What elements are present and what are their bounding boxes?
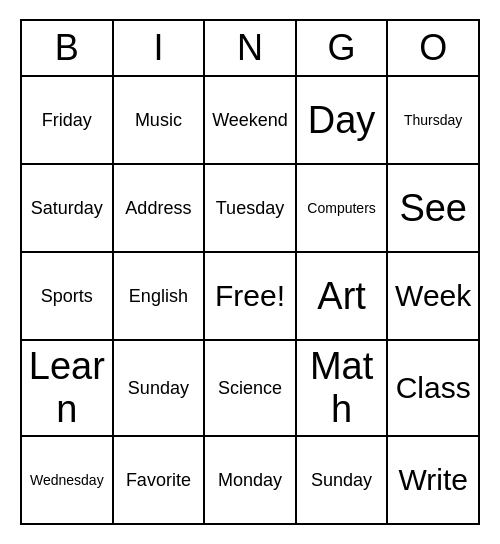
cell-0-3: Day bbox=[296, 76, 388, 164]
cell-3-1: Sunday bbox=[113, 340, 205, 436]
cell-3-3: Math bbox=[296, 340, 388, 436]
cell-1-1: Address bbox=[113, 164, 205, 252]
cell-2-2: Free! bbox=[204, 252, 296, 340]
bingo-card: BINGO FridayMusicWeekendDayThursdaySatur… bbox=[20, 19, 480, 525]
cell-4-0: Wednesday bbox=[21, 436, 113, 524]
table-row: WednesdayFavoriteMondaySundayWrite bbox=[21, 436, 479, 524]
cell-3-2: Science bbox=[204, 340, 296, 436]
cell-1-3: Computers bbox=[296, 164, 388, 252]
cell-1-2: Tuesday bbox=[204, 164, 296, 252]
table-row: SaturdayAddressTuesdayComputersSee bbox=[21, 164, 479, 252]
cell-0-1: Music bbox=[113, 76, 205, 164]
header-letter-O: O bbox=[388, 21, 478, 75]
cell-4-4: Write bbox=[387, 436, 479, 524]
cell-2-3: Art bbox=[296, 252, 388, 340]
table-row: LearnSundayScienceMathClass bbox=[21, 340, 479, 436]
header-letter-B: B bbox=[22, 21, 114, 75]
cell-0-4: Thursday bbox=[387, 76, 479, 164]
cell-2-4: Week bbox=[387, 252, 479, 340]
cell-1-0: Saturday bbox=[21, 164, 113, 252]
table-row: FridayMusicWeekendDayThursday bbox=[21, 76, 479, 164]
bingo-grid: FridayMusicWeekendDayThursdaySaturdayAdd… bbox=[20, 75, 480, 525]
cell-3-4: Class bbox=[387, 340, 479, 436]
header-letter-N: N bbox=[205, 21, 297, 75]
cell-2-0: Sports bbox=[21, 252, 113, 340]
cell-4-1: Favorite bbox=[113, 436, 205, 524]
cell-0-0: Friday bbox=[21, 76, 113, 164]
table-row: SportsEnglishFree!ArtWeek bbox=[21, 252, 479, 340]
cell-1-4: See bbox=[387, 164, 479, 252]
header-letter-G: G bbox=[297, 21, 389, 75]
cell-3-0: Learn bbox=[21, 340, 113, 436]
header-letter-I: I bbox=[114, 21, 206, 75]
bingo-header: BINGO bbox=[20, 19, 480, 75]
cell-0-2: Weekend bbox=[204, 76, 296, 164]
cell-2-1: English bbox=[113, 252, 205, 340]
cell-4-3: Sunday bbox=[296, 436, 388, 524]
cell-4-2: Monday bbox=[204, 436, 296, 524]
